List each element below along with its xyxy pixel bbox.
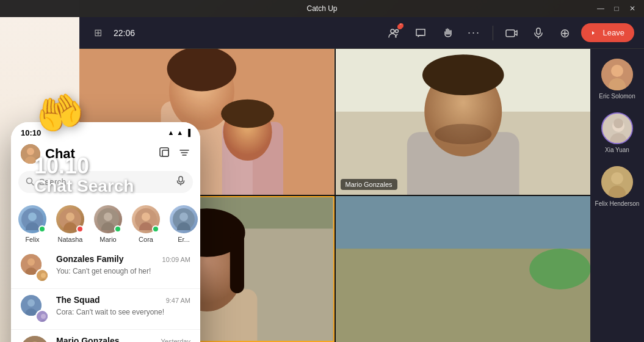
svg-point-39 <box>611 172 623 184</box>
leave-label: Leave <box>603 28 624 37</box>
minimize-button[interactable]: — <box>596 4 605 13</box>
participant-eric-name: Eric Solomon <box>599 93 635 100</box>
tile-2-label: Mario Gonzales <box>341 179 397 190</box>
chat-info-squad: The Squad 9:47 AM Cora: Can't wait to se… <box>56 295 190 317</box>
contact-avatar-cora <box>132 205 160 233</box>
chat-info-gonzales: Gonzales Family 10:09 AM You: Can't get … <box>56 254 190 276</box>
contact-er-name: Er... <box>178 236 190 243</box>
chat-header-gonzales: Gonzales Family 10:09 AM <box>56 254 190 264</box>
chat-avatar-gonzales <box>21 254 49 282</box>
contact-mario-name: Mario <box>99 236 117 243</box>
chat-item-squad[interactable]: The Squad 9:47 AM Cora: Can't wait to se… <box>11 289 200 330</box>
signal-icon: ▲ <box>167 129 174 136</box>
teams-topbar: ⊞ 22:06 1 <box>79 17 644 49</box>
svg-point-63 <box>142 213 150 221</box>
avatar-eric <box>601 59 633 90</box>
contact-mario-badge <box>114 225 121 233</box>
svg-point-66 <box>179 213 188 221</box>
more-icon[interactable]: ··· <box>463 22 485 44</box>
svg-rect-45 <box>162 150 168 156</box>
svg-point-19 <box>434 124 491 144</box>
chat-name-squad: The Squad <box>56 295 100 305</box>
video-tile-2: Mario Gonzales <box>336 49 591 195</box>
svg-point-78 <box>41 314 46 319</box>
chat-time-squad: 9:47 AM <box>166 297 190 304</box>
title-overlay: 10.10 Chat Search <box>34 155 134 196</box>
contact-avatar-felix <box>18 205 46 233</box>
chat-name-mario: Mario Gonzales <box>56 336 119 342</box>
contact-natasha-badge <box>76 225 84 233</box>
camera-icon[interactable] <box>501 22 523 44</box>
teams-time: 22:06 <box>114 28 135 38</box>
window-bar: Catch Up — □ ✕ <box>0 0 644 17</box>
avatar-felix <box>601 166 633 198</box>
contact-felix-badge <box>38 225 46 233</box>
topbar-right: 1 ··· <box>383 22 634 44</box>
contact-avatar-natasha <box>56 205 84 233</box>
chat-icon[interactable] <box>410 22 432 44</box>
contact-cora-name: Cora <box>139 236 153 243</box>
svg-point-32 <box>611 65 623 77</box>
chat-avatar-mario <box>21 336 49 342</box>
phone-time: 10:10 <box>21 128 41 137</box>
svg-point-54 <box>28 213 37 221</box>
contact-natasha[interactable]: Natasha <box>56 205 84 243</box>
svg-rect-26 <box>230 233 244 293</box>
avatar-xia <box>601 112 633 144</box>
svg-point-0 <box>391 29 394 33</box>
contact-mario[interactable]: Mario <box>94 205 122 243</box>
search-icon <box>26 177 34 187</box>
battery-icon: ▐ <box>186 129 190 136</box>
participant-felix-name: Felix Henderson <box>595 200 640 208</box>
window-controls: — □ ✕ <box>596 4 637 13</box>
svg-point-60 <box>104 213 112 221</box>
participant-felix[interactable]: Felix Henderson <box>595 166 640 208</box>
contact-avatar-er <box>170 205 198 233</box>
video-tile-4 <box>336 196 591 342</box>
participant-xia[interactable]: Xia Yuan <box>601 112 633 154</box>
filter-icon[interactable] <box>178 147 190 162</box>
title-text: Chat Search <box>34 177 134 196</box>
contacts-row: Felix Natasha <box>11 200 200 248</box>
people-icon[interactable]: 1 <box>383 22 405 44</box>
svg-point-69 <box>27 258 35 266</box>
chat-preview-squad: Cora: Can't wait to see everyone! <box>56 308 164 316</box>
side-panel: Eric Solomon Xia Yuan <box>590 49 644 342</box>
svg-line-50 <box>32 183 34 185</box>
close-button[interactable]: ✕ <box>628 4 637 13</box>
hand-icon[interactable] <box>436 22 458 44</box>
contact-cora[interactable]: Cora <box>132 205 160 243</box>
chat-header-mario: Mario Gonzales Yesterday <box>56 336 190 342</box>
svg-point-49 <box>27 178 32 183</box>
svg-rect-3 <box>537 28 540 34</box>
mic-search-icon[interactable] <box>176 176 186 188</box>
contact-felix-name: Felix <box>25 236 39 243</box>
add-icon[interactable]: ⊕ <box>554 22 576 44</box>
participant-eric[interactable]: Eric Solomon <box>599 59 635 100</box>
header-icons <box>159 147 190 162</box>
svg-point-57 <box>66 213 74 221</box>
grid-icon[interactable]: ⊞ <box>89 24 106 42</box>
compose-icon[interactable] <box>159 147 171 162</box>
chat-name-gonzales: Gonzales Family <box>56 254 123 264</box>
chat-info-mario: Mario Gonzales Yesterday Will pick up pi… <box>56 336 190 342</box>
contact-er[interactable]: Er... <box>170 205 198 243</box>
chat-item-gonzales-family[interactable]: Gonzales Family 10:09 AM You: Can't get … <box>11 248 200 289</box>
mic-icon[interactable] <box>527 22 549 44</box>
contact-natasha-name: Natasha <box>58 236 83 243</box>
leave-button[interactable]: Leave <box>581 23 634 42</box>
svg-point-42 <box>27 148 34 155</box>
contact-felix[interactable]: Felix <box>18 205 46 243</box>
title-number: 10.10 <box>34 155 134 177</box>
chat-item-mario[interactable]: Mario Gonzales Yesterday Will pick up pi… <box>11 330 200 342</box>
svg-point-75 <box>27 299 35 307</box>
maximize-button[interactable]: □ <box>612 4 621 13</box>
chat-avatar-squad <box>21 295 49 323</box>
window-title: Catch Up <box>306 4 337 13</box>
chat-list: Gonzales Family 10:09 AM You: Can't get … <box>11 248 200 342</box>
wifi-icon: ▲ <box>176 129 183 136</box>
chat-header-squad: The Squad 9:47 AM <box>56 295 190 305</box>
chat-preview-gonzales: You: Can't get enough of her! <box>56 267 151 275</box>
svg-rect-51 <box>179 176 183 182</box>
phone-status-icons: ▲ ▲ ▐ <box>167 129 190 136</box>
